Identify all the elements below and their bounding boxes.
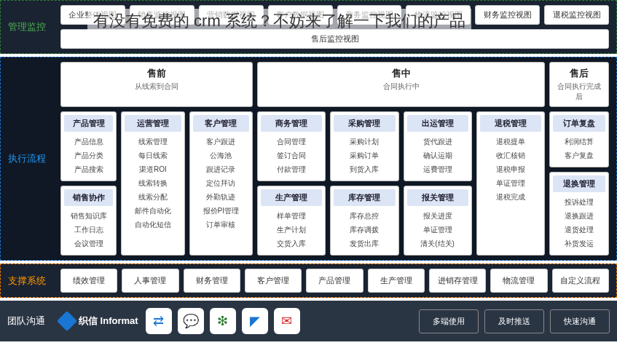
col-return-item-0[interactable]: 投诉处理: [553, 195, 605, 209]
col-g2-3-item-0[interactable]: 库存总控: [334, 209, 395, 223]
team-button-0[interactable]: 多端使用: [419, 309, 479, 333]
support-pill-3[interactable]: 客户管理: [245, 269, 302, 293]
team-button-1[interactable]: 及时推送: [484, 309, 544, 333]
col-taxrefund-item-1[interactable]: 收汇核销: [480, 149, 541, 162]
col-orderreview-item-1[interactable]: 客户复盘: [553, 149, 605, 162]
col-sales-item-1[interactable]: 工作日志: [64, 223, 113, 237]
col-operation-item-6[interactable]: 自动化短信: [125, 218, 181, 232]
support-pill-2[interactable]: 财务管理: [184, 269, 240, 293]
swap-icon[interactable]: ⇄: [146, 308, 172, 334]
col-operation-item-2[interactable]: 渠道ROI: [125, 162, 181, 176]
col-customer-head: 客户管理: [193, 115, 249, 132]
col-sales-head: 销售协作: [64, 189, 113, 206]
col-g2-2-item-0[interactable]: 采购计划: [334, 135, 395, 149]
brand-logo: 织信 Informat: [60, 314, 138, 328]
col-g2-3-item-2[interactable]: 发货出库: [334, 237, 395, 250]
col-orderreview-head: 订单复盘: [553, 115, 605, 132]
col-g2-4-item-0[interactable]: 货代跟进: [407, 135, 468, 149]
col-g2-3-item-1[interactable]: 库存调拨: [334, 223, 395, 237]
col-taxrefund-item-3[interactable]: 单证管理: [480, 176, 541, 190]
col-operation-item-0[interactable]: 线索管理: [125, 135, 181, 149]
phase-insale-title: 售中: [262, 67, 540, 80]
col-orderreview: 订单复盘利润结算客户复盘: [549, 111, 609, 167]
col-g2-5: 报关管理报关进度单证管理清关(结关): [404, 186, 472, 256]
col-g2-4: 出运管理货代跟进确认运期运费管理: [404, 111, 472, 181]
col-return-item-3[interactable]: 补货发运: [553, 237, 605, 250]
col-customer-item-4[interactable]: 外勤轨迹: [193, 190, 249, 204]
col-customer-item-0[interactable]: 客户跟进: [193, 135, 249, 149]
support-pill-4[interactable]: 产品管理: [306, 269, 363, 293]
col-g2-0-item-1[interactable]: 签订合同: [261, 149, 322, 162]
col-taxrefund-item-4[interactable]: 退税完成: [480, 190, 541, 204]
phase-aftersale-title: 售后: [554, 67, 604, 80]
support-pill-1[interactable]: 人事管理: [122, 269, 178, 293]
col-product: 产品管理产品信息产品分类产品搜索: [60, 111, 117, 181]
support-pill-8[interactable]: 自定义流程: [552, 269, 609, 293]
col-g2-5-item-1[interactable]: 单证管理: [407, 223, 468, 237]
col-g2-5-item-0[interactable]: 报关进度: [407, 209, 468, 223]
col-operation-item-5[interactable]: 邮件自动化: [125, 204, 181, 218]
col-return-item-1[interactable]: 退换跟进: [553, 209, 605, 223]
col-sales-item-2[interactable]: 会议管理: [64, 237, 113, 250]
col-product-item-0[interactable]: 产品信息: [64, 135, 113, 149]
col-customer: 客户管理客户跟进公海池跟进记录定位拜访外勤轨迹报价PI管理订单审核: [189, 111, 253, 256]
col-return-item-2[interactable]: 退货处理: [553, 223, 605, 237]
col-g2-4-item-1[interactable]: 确认运期: [407, 149, 468, 162]
section-team-label: 团队沟通: [0, 301, 52, 341]
phase-insale: 售中 合同执行中: [257, 62, 545, 107]
col-g2-2-head: 采购管理: [334, 115, 395, 132]
phase-presale-title: 售前: [66, 67, 248, 80]
wechat-icon[interactable]: ❇: [210, 308, 236, 334]
col-g2-1: 生产管理样单管理生产计划交货入库: [257, 186, 326, 256]
col-customer-item-5[interactable]: 报价PI管理: [193, 204, 249, 218]
col-product-head: 产品管理: [64, 115, 113, 132]
section-monitoring-label: 管理监控: [1, 1, 53, 53]
col-orderreview-item-0[interactable]: 利润结算: [553, 135, 605, 149]
phase-presale: 售前 从线索到合同: [60, 62, 253, 107]
col-product-item-1[interactable]: 产品分类: [64, 149, 113, 162]
col-return-head: 退换管理: [553, 175, 605, 192]
col-return: 退换管理投诉处理退换跟进退货处理补货发运: [549, 172, 609, 256]
col-g2-1-item-2[interactable]: 交货入库: [261, 237, 322, 250]
col-g2-1-head: 生产管理: [261, 189, 322, 206]
col-g2-0-item-2[interactable]: 付款管理: [261, 162, 322, 176]
dingtalk-icon[interactable]: ◤: [242, 308, 268, 334]
col-operation-item-1[interactable]: 每日线索: [125, 149, 181, 162]
col-product-item-2[interactable]: 产品搜索: [64, 162, 113, 176]
phase-aftersale: 售后 合同执行完成后: [549, 62, 609, 107]
section-process-label: 执行流程: [1, 58, 53, 260]
col-g2-2-item-1[interactable]: 采购订单: [334, 149, 395, 162]
col-g2-4-item-2[interactable]: 运费管理: [407, 162, 468, 176]
col-g2-1-item-0[interactable]: 样单管理: [261, 209, 322, 223]
team-button-2[interactable]: 快速沟通: [550, 309, 610, 333]
support-pill-7[interactable]: 物流管理: [490, 269, 547, 293]
support-pill-6[interactable]: 进销存管理: [429, 269, 486, 293]
monitoring-pill-7[interactable]: 退税监控视图: [544, 5, 609, 25]
col-g2-0-item-0[interactable]: 合同管理: [261, 135, 322, 149]
chat-icon[interactable]: 💬: [178, 308, 204, 334]
col-customer-item-2[interactable]: 跟进记录: [193, 162, 249, 176]
col-customer-item-3[interactable]: 定位拜访: [193, 176, 249, 190]
support-pill-0[interactable]: 绩效管理: [60, 269, 117, 293]
col-g2-2: 采购管理采购计划采购订单到货入库: [330, 111, 398, 181]
support-pill-5[interactable]: 生产管理: [368, 269, 425, 293]
col-taxrefund-item-0[interactable]: 退税提单: [480, 135, 541, 149]
col-customer-item-6[interactable]: 订单审核: [193, 218, 249, 232]
monitoring-pill-6[interactable]: 财务监控视图: [475, 5, 540, 25]
col-g2-3: 库存管理库存总控库存调拨发货出库: [330, 186, 398, 256]
col-operation-item-4[interactable]: 线索分配: [125, 190, 181, 204]
col-customer-item-1[interactable]: 公海池: [193, 149, 249, 162]
phase-insale-sub: 合同执行中: [262, 82, 540, 92]
col-taxrefund-item-2[interactable]: 退税申报: [480, 162, 541, 176]
col-g2-3-head: 库存管理: [334, 189, 395, 206]
section-support-label: 支撑系统: [1, 264, 53, 297]
col-g2-1-item-1[interactable]: 生产计划: [261, 223, 322, 237]
col-g2-2-item-2[interactable]: 到货入库: [334, 162, 395, 176]
col-g2-5-item-2[interactable]: 清关(结关): [407, 237, 468, 250]
col-taxrefund-head: 退税管理: [480, 115, 541, 132]
col-operation-item-3[interactable]: 线索转换: [125, 176, 181, 190]
mail-icon[interactable]: ✉: [274, 308, 300, 334]
col-sales-item-0[interactable]: 销售知识库: [64, 209, 113, 223]
phase-aftersale-sub: 合同执行完成后: [554, 82, 604, 102]
phase-presale-sub: 从线索到合同: [66, 82, 248, 92]
